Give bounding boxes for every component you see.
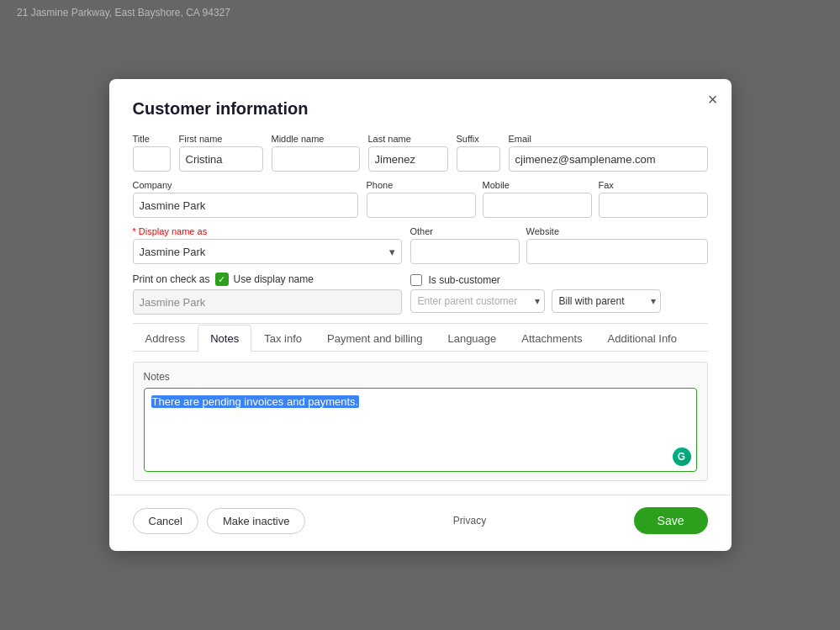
- display-name-row: * Display name as Jasmine Park Other: [133, 226, 708, 264]
- middle-name-label: Middle name: [272, 134, 360, 144]
- notes-section: Notes There are pending invoices and pay…: [133, 362, 708, 481]
- parent-customer-select-wrap: Enter parent customer: [410, 289, 545, 313]
- print-check-subcustomer-row: Print on check as ✓ Use display name Is …: [133, 273, 708, 315]
- cancel-button[interactable]: Cancel: [133, 508, 198, 534]
- use-display-name-check[interactable]: ✓: [215, 273, 229, 286]
- sub-customer-section: Is sub-customer Enter parent customer Bi…: [410, 274, 708, 313]
- suffix-label: Suffix: [457, 134, 500, 144]
- title-input[interactable]: [133, 146, 171, 172]
- tab-address[interactable]: Address: [133, 325, 198, 352]
- save-button[interactable]: Save: [634, 507, 708, 534]
- company-label: Company: [133, 180, 358, 190]
- sub-customer-checkbox[interactable]: [410, 274, 422, 286]
- website-input[interactable]: [526, 239, 708, 264]
- use-display-name-label: Use display name: [234, 273, 314, 285]
- other-label: Other: [410, 226, 520, 236]
- parent-customer-wrap: Enter parent customer Bill with parent: [410, 289, 708, 313]
- customer-info-modal: × Customer information Title First name …: [109, 79, 732, 551]
- tabs-row: Address Notes Tax info Payment and billi…: [133, 324, 708, 352]
- sub-customer-row: Is sub-customer: [410, 274, 708, 286]
- tab-language[interactable]: Language: [435, 325, 509, 352]
- suffix-input[interactable]: [457, 146, 500, 172]
- close-button[interactable]: ×: [708, 91, 718, 108]
- phone-label: Phone: [367, 180, 476, 190]
- phone-fax-section: Phone Mobile Fax: [367, 180, 708, 218]
- suffix-group: Suffix: [457, 134, 500, 172]
- company-phone-row: Company Phone Mobile Fax: [133, 180, 708, 218]
- tab-tax-info[interactable]: Tax info: [251, 325, 314, 352]
- bill-with-select-wrap: Bill with parent: [552, 289, 661, 313]
- display-name-group: * Display name as Jasmine Park: [133, 226, 402, 264]
- email-label: Email: [509, 134, 708, 144]
- first-name-label: First name: [179, 134, 263, 144]
- print-check-label: Print on check as: [133, 273, 210, 285]
- last-name-group: Last name: [368, 134, 448, 172]
- required-marker: *: [133, 226, 136, 236]
- display-name-select[interactable]: Jasmine Park: [133, 239, 402, 264]
- grammarly-icon: G: [673, 447, 691, 466]
- phone-group: Phone: [367, 180, 476, 218]
- display-name-select-wrap: Jasmine Park: [133, 239, 402, 264]
- mobile-group: Mobile: [483, 180, 592, 218]
- notes-highlighted-text: There are pending invoices and payments.: [151, 395, 360, 408]
- background-address: 21 Jasmine Parkway, East Bayshore, CA 94…: [17, 7, 230, 19]
- display-name-label: * Display name as: [133, 226, 402, 236]
- mobile-input[interactable]: [483, 193, 592, 218]
- middle-name-input[interactable]: [272, 146, 360, 172]
- bill-with-select[interactable]: Bill with parent: [552, 289, 661, 313]
- privacy-link[interactable]: Privacy: [453, 515, 486, 527]
- other-input[interactable]: [410, 239, 520, 264]
- website-group: Website: [526, 226, 708, 264]
- last-name-label: Last name: [368, 134, 448, 144]
- title-label: Title: [133, 134, 171, 144]
- make-inactive-button[interactable]: Make inactive: [207, 508, 305, 534]
- notes-textarea-wrap[interactable]: There are pending invoices and payments.…: [144, 388, 697, 472]
- modal-title: Customer information: [133, 99, 708, 119]
- notes-section-label: Notes: [144, 371, 697, 383]
- other-website-section: Other Website: [410, 226, 708, 264]
- other-group: Other: [410, 226, 520, 264]
- first-name-group: First name: [179, 134, 263, 172]
- name-email-row: Title First name Middle name Last name S…: [133, 134, 708, 172]
- email-input[interactable]: [509, 146, 708, 172]
- fax-input[interactable]: [599, 193, 708, 218]
- tab-payment-billing[interactable]: Payment and billing: [314, 325, 435, 352]
- phone-input[interactable]: [367, 193, 476, 218]
- website-label: Website: [526, 226, 708, 236]
- print-check-section: Print on check as ✓ Use display name: [133, 273, 402, 315]
- parent-customer-select[interactable]: Enter parent customer: [410, 289, 545, 313]
- sub-customer-label: Is sub-customer: [429, 274, 500, 286]
- middle-name-group: Middle name: [272, 134, 360, 172]
- fax-label: Fax: [599, 180, 708, 190]
- last-name-input[interactable]: [368, 146, 448, 172]
- tab-additional-info[interactable]: Additional Info: [595, 325, 689, 352]
- print-check-input[interactable]: [133, 289, 402, 315]
- footer-row: Cancel Make inactive Privacy Save: [133, 507, 708, 534]
- company-input[interactable]: [133, 193, 358, 218]
- footer-divider: [109, 495, 732, 495]
- mobile-label: Mobile: [483, 180, 592, 190]
- first-name-input[interactable]: [179, 146, 263, 172]
- fax-group: Fax: [599, 180, 708, 218]
- company-group: Company: [133, 180, 358, 218]
- email-group: Email: [509, 134, 708, 172]
- tab-notes[interactable]: Notes: [198, 325, 251, 352]
- print-check-row: Print on check as ✓ Use display name: [133, 273, 402, 286]
- tab-attachments[interactable]: Attachments: [509, 325, 594, 352]
- footer-left: Cancel Make inactive: [133, 508, 306, 534]
- title-group: Title: [133, 134, 171, 172]
